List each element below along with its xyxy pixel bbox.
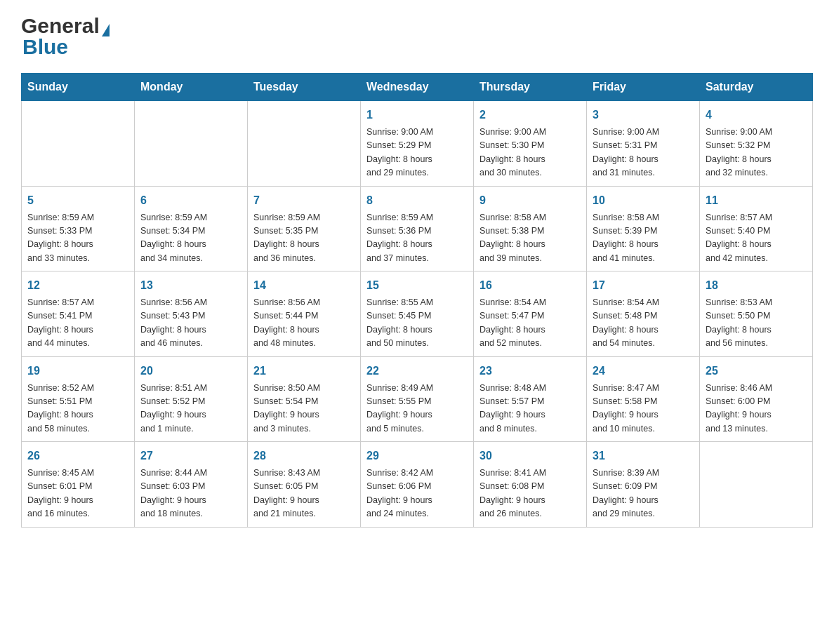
day-number: 9 — [479, 192, 581, 209]
calendar-cell: 5Sunrise: 8:59 AMSunset: 5:33 PMDaylight… — [22, 186, 135, 271]
logo-blue-text: Blue — [22, 35, 68, 58]
calendar-cell: 21Sunrise: 8:50 AMSunset: 5:54 PMDayligh… — [248, 356, 361, 442]
day-info: Sunrise: 8:59 AMSunset: 5:33 PMDaylight:… — [27, 211, 128, 266]
calendar-cell: 4Sunrise: 9:00 AMSunset: 5:32 PMDaylight… — [700, 101, 813, 187]
day-info: Sunrise: 8:54 AMSunset: 5:48 PMDaylight:… — [593, 296, 694, 351]
day-info: Sunrise: 8:49 AMSunset: 5:55 PMDaylight:… — [366, 382, 468, 436]
day-info: Sunrise: 8:58 AMSunset: 5:38 PMDaylight:… — [479, 211, 581, 266]
calendar-cell: 6Sunrise: 8:59 AMSunset: 5:34 PMDaylight… — [135, 186, 248, 271]
calendar-cell — [700, 442, 813, 528]
day-number: 7 — [253, 192, 355, 209]
day-number: 21 — [253, 363, 355, 380]
day-info: Sunrise: 8:57 AMSunset: 5:41 PMDaylight:… — [27, 296, 128, 351]
day-number: 30 — [479, 448, 581, 464]
day-number: 17 — [593, 277, 694, 294]
day-number: 5 — [27, 192, 128, 209]
calendar-cell: 2Sunrise: 9:00 AMSunset: 5:30 PMDaylight… — [474, 101, 587, 187]
calendar-cell: 19Sunrise: 8:52 AMSunset: 5:51 PMDayligh… — [22, 356, 135, 442]
day-number: 19 — [27, 363, 128, 380]
day-number: 23 — [479, 363, 581, 380]
day-info: Sunrise: 8:43 AMSunset: 6:05 PMDaylight:… — [253, 467, 355, 521]
day-number: 28 — [253, 448, 355, 464]
day-number: 6 — [140, 192, 241, 209]
calendar-cell: 25Sunrise: 8:46 AMSunset: 6:00 PMDayligh… — [700, 356, 813, 442]
calendar-cell: 18Sunrise: 8:53 AMSunset: 5:50 PMDayligh… — [700, 271, 813, 357]
calendar-cell: 7Sunrise: 8:59 AMSunset: 5:35 PMDaylight… — [248, 186, 361, 271]
header-day-sunday: Sunday — [22, 74, 135, 101]
calendar-cell: 13Sunrise: 8:56 AMSunset: 5:43 PMDayligh… — [135, 271, 248, 357]
header-day-wednesday: Wednesday — [361, 74, 474, 101]
calendar-cell: 28Sunrise: 8:43 AMSunset: 6:05 PMDayligh… — [248, 442, 361, 528]
header-day-thursday: Thursday — [474, 74, 587, 101]
day-number: 8 — [366, 192, 468, 209]
day-info: Sunrise: 8:55 AMSunset: 5:45 PMDaylight:… — [366, 296, 468, 351]
calendar-cell: 31Sunrise: 8:39 AMSunset: 6:09 PMDayligh… — [587, 442, 700, 528]
day-info: Sunrise: 9:00 AMSunset: 5:32 PMDaylight:… — [706, 126, 807, 180]
day-number: 2 — [479, 107, 581, 123]
day-info: Sunrise: 8:48 AMSunset: 5:57 PMDaylight:… — [479, 382, 581, 436]
calendar-cell: 29Sunrise: 8:42 AMSunset: 6:06 PMDayligh… — [361, 442, 474, 528]
day-number: 4 — [706, 107, 807, 123]
calendar-cell: 12Sunrise: 8:57 AMSunset: 5:41 PMDayligh… — [22, 271, 135, 357]
header-day-tuesday: Tuesday — [248, 74, 361, 101]
day-info: Sunrise: 8:54 AMSunset: 5:47 PMDaylight:… — [479, 296, 581, 351]
calendar-header: SundayMondayTuesdayWednesdayThursdayFrid… — [22, 74, 813, 101]
day-number: 3 — [593, 107, 694, 123]
calendar-cell: 16Sunrise: 8:54 AMSunset: 5:47 PMDayligh… — [474, 271, 587, 357]
week-row-5: 26Sunrise: 8:45 AMSunset: 6:01 PMDayligh… — [22, 442, 813, 528]
day-info: Sunrise: 8:59 AMSunset: 5:35 PMDaylight:… — [253, 211, 355, 266]
day-number: 10 — [593, 192, 694, 209]
calendar-cell — [135, 101, 248, 187]
logo: General Blue — [21, 14, 110, 59]
day-info: Sunrise: 8:52 AMSunset: 5:51 PMDaylight:… — [27, 382, 128, 436]
header-day-saturday: Saturday — [700, 74, 813, 101]
day-number: 22 — [366, 363, 468, 380]
day-info: Sunrise: 8:56 AMSunset: 5:44 PMDaylight:… — [253, 296, 355, 351]
calendar-cell — [22, 101, 135, 187]
calendar-cell: 30Sunrise: 8:41 AMSunset: 6:08 PMDayligh… — [474, 442, 587, 528]
day-number: 31 — [593, 448, 694, 464]
day-info: Sunrise: 8:50 AMSunset: 5:54 PMDaylight:… — [253, 382, 355, 436]
header-row: SundayMondayTuesdayWednesdayThursdayFrid… — [22, 74, 813, 101]
day-info: Sunrise: 8:45 AMSunset: 6:01 PMDaylight:… — [27, 467, 128, 521]
calendar-cell: 15Sunrise: 8:55 AMSunset: 5:45 PMDayligh… — [361, 271, 474, 357]
day-number: 29 — [366, 448, 468, 464]
day-number: 24 — [593, 363, 694, 380]
day-info: Sunrise: 8:46 AMSunset: 6:00 PMDaylight:… — [706, 382, 807, 436]
week-row-3: 12Sunrise: 8:57 AMSunset: 5:41 PMDayligh… — [22, 271, 813, 357]
day-number: 15 — [366, 277, 468, 294]
calendar-body: 1Sunrise: 9:00 AMSunset: 5:29 PMDaylight… — [22, 101, 813, 528]
day-number: 12 — [27, 277, 128, 294]
day-info: Sunrise: 8:42 AMSunset: 6:06 PMDaylight:… — [366, 467, 468, 521]
day-number: 14 — [253, 277, 355, 294]
day-number: 16 — [479, 277, 581, 294]
day-info: Sunrise: 9:00 AMSunset: 5:29 PMDaylight:… — [366, 126, 468, 180]
calendar-cell: 17Sunrise: 8:54 AMSunset: 5:48 PMDayligh… — [587, 271, 700, 357]
calendar-cell: 1Sunrise: 9:00 AMSunset: 5:29 PMDaylight… — [361, 101, 474, 187]
header-day-monday: Monday — [135, 74, 248, 101]
page-header: General Blue — [21, 14, 813, 59]
day-number: 1 — [366, 107, 468, 123]
day-number: 27 — [140, 448, 241, 464]
day-number: 13 — [140, 277, 241, 294]
calendar-cell: 22Sunrise: 8:49 AMSunset: 5:55 PMDayligh… — [361, 356, 474, 442]
calendar-cell: 23Sunrise: 8:48 AMSunset: 5:57 PMDayligh… — [474, 356, 587, 442]
day-number: 25 — [706, 363, 807, 380]
day-info: Sunrise: 9:00 AMSunset: 5:30 PMDaylight:… — [479, 126, 581, 180]
calendar-cell: 14Sunrise: 8:56 AMSunset: 5:44 PMDayligh… — [248, 271, 361, 357]
day-number: 26 — [27, 448, 128, 464]
calendar-cell: 9Sunrise: 8:58 AMSunset: 5:38 PMDaylight… — [474, 186, 587, 271]
day-info: Sunrise: 8:58 AMSunset: 5:39 PMDaylight:… — [593, 211, 694, 266]
day-info: Sunrise: 8:47 AMSunset: 5:58 PMDaylight:… — [593, 382, 694, 436]
calendar-cell: 27Sunrise: 8:44 AMSunset: 6:03 PMDayligh… — [135, 442, 248, 528]
calendar-cell: 8Sunrise: 8:59 AMSunset: 5:36 PMDaylight… — [361, 186, 474, 271]
logo-triangle-icon — [102, 24, 110, 36]
day-info: Sunrise: 8:53 AMSunset: 5:50 PMDaylight:… — [706, 296, 807, 351]
logo-general-text: General — [21, 14, 100, 38]
day-info: Sunrise: 8:51 AMSunset: 5:52 PMDaylight:… — [140, 382, 241, 436]
calendar-cell: 10Sunrise: 8:58 AMSunset: 5:39 PMDayligh… — [587, 186, 700, 271]
calendar-cell — [248, 101, 361, 187]
day-info: Sunrise: 8:59 AMSunset: 5:36 PMDaylight:… — [366, 211, 468, 266]
day-info: Sunrise: 8:56 AMSunset: 5:43 PMDaylight:… — [140, 296, 241, 351]
week-row-2: 5Sunrise: 8:59 AMSunset: 5:33 PMDaylight… — [22, 186, 813, 271]
